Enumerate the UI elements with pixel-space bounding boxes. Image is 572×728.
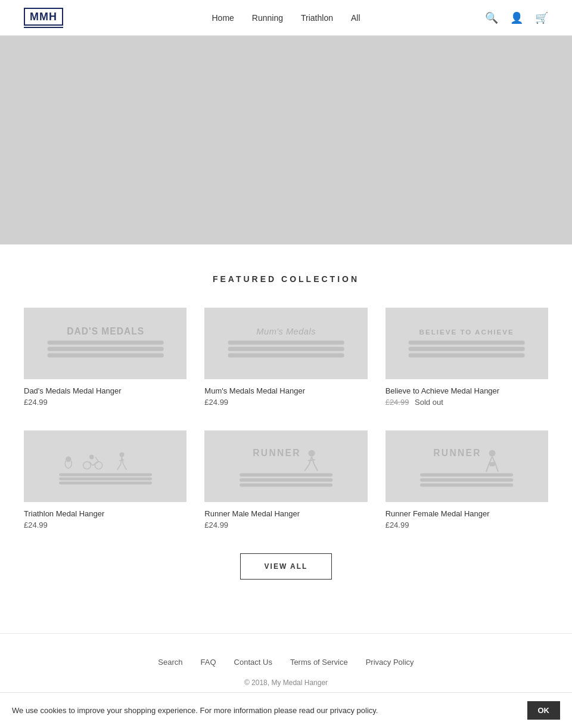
main-nav: Home Running Triathlon All [212,13,360,23]
product-original-price: £24.99 [386,398,409,407]
svg-rect-24 [240,484,332,487]
svg-point-14 [83,461,90,469]
svg-point-21 [308,450,315,457]
svg-rect-9 [409,340,525,345]
view-all-wrap: VIEW ALL [24,553,548,580]
svg-text:DAD'S MEDALS: DAD'S MEDALS [67,326,144,336]
product-card-believe-achieve[interactable]: BELIEVE TO ACHIEVE Believe to Achieve Me… [386,308,548,407]
view-all-button[interactable]: VIEW ALL [240,553,332,580]
svg-rect-27 [420,473,513,476]
product-price-mums-medals: £24.99 [204,398,367,407]
logo[interactable]: MMH [24,8,63,28]
nav-triathlon[interactable]: Triathlon [301,13,333,23]
nav-all[interactable]: All [351,13,360,23]
account-icon[interactable]: 👤 [510,11,523,24]
svg-rect-7 [228,354,344,358]
product-name-triathlon: Triathlon Medal Hanger [24,509,186,518]
footer-link-contact[interactable]: Contact Us [234,658,272,667]
svg-rect-23 [240,478,332,481]
product-image-believe-achieve: BELIEVE TO ACHIEVE [386,308,548,379]
cookie-banner: We use cookies to improve your shopping … [0,692,572,728]
footer-link-terms[interactable]: Terms of Service [290,658,348,667]
product-card-dads-medals[interactable]: DAD'S MEDALS Dad's Medals Medal Hanger £… [24,308,186,407]
product-card-triathlon[interactable]: Triathlon Medal Hanger £24.99 [24,430,186,529]
product-price-runner-male: £24.99 [204,521,367,529]
svg-point-16 [119,453,124,457]
product-name-dads-medals: Dad's Medals Medal Hanger [24,386,186,395]
footer-link-faq[interactable]: FAQ [201,658,216,667]
svg-point-12 [66,457,71,462]
nav-running[interactable]: Running [252,13,283,23]
product-image-runner-male: RUNNER [204,430,367,502]
product-name-believe-achieve: Believe to Achieve Medal Hanger [386,386,548,395]
product-image-runner-female: RUNNER [386,430,548,502]
cart-icon[interactable]: 🛒 [535,11,548,24]
header-icons: 🔍 👤 🛒 [485,11,548,24]
svg-rect-2 [47,347,163,351]
svg-point-13 [89,455,94,460]
product-price-dads-medals: £24.99 [24,398,186,407]
svg-rect-19 [59,482,152,485]
svg-text:RUNNER: RUNNER [433,448,481,458]
hero-image [0,36,572,244]
footer-copyright: © 2018, My Medal Hanger [24,679,548,687]
product-price-runner-female: £24.99 [386,521,548,529]
search-icon[interactable]: 🔍 [485,11,498,24]
svg-rect-1 [47,340,163,345]
featured-section: FEATURED COLLECTION DAD'S MEDALS Dad's M… [0,244,572,633]
product-price-triathlon: £24.99 [24,521,186,529]
product-price-believe-achieve: £24.99 Sold out [386,398,548,407]
logo-text: MMH [24,8,63,26]
svg-rect-17 [59,473,152,476]
product-name-runner-male: Runner Male Medal Hanger [204,509,367,518]
svg-rect-28 [420,478,513,481]
svg-rect-3 [47,354,163,358]
featured-title: FEATURED COLLECTION [24,274,548,284]
svg-rect-10 [409,347,525,351]
footer-link-privacy[interactable]: Privacy Policy [366,658,414,667]
product-card-mums-medals[interactable]: Mum's Medals Mum's Medals Medal Hanger £… [204,308,367,407]
footer-links: Search FAQ Contact Us Terms of Service P… [24,658,548,667]
cookie-ok-button[interactable]: OK [527,701,561,720]
svg-text:RUNNER: RUNNER [253,448,301,458]
svg-text:Mum's Medals: Mum's Medals [256,327,316,336]
footer-link-search[interactable]: Search [158,658,182,667]
svg-rect-5 [228,340,344,345]
site-header: MMH Home Running Triathlon All 🔍 👤 🛒 [0,0,572,36]
product-card-runner-male[interactable]: RUNNER Runner Male Medal Hanger £24.99 [204,430,367,529]
svg-rect-18 [59,478,152,481]
product-name-mums-medals: Mum's Medals Medal Hanger [204,386,367,395]
product-image-mums-medals: Mum's Medals [204,308,367,379]
product-image-dads-medals: DAD'S MEDALS [24,308,186,379]
product-grid: DAD'S MEDALS Dad's Medals Medal Hanger £… [24,308,548,529]
nav-home[interactable]: Home [212,13,234,23]
svg-rect-29 [420,484,513,487]
product-card-runner-female[interactable]: RUNNER Runner Female Medal Hanger £24.99 [386,430,548,529]
product-image-triathlon [24,430,186,502]
svg-rect-11 [409,354,525,358]
sold-out-badge: Sold out [415,398,443,407]
svg-rect-6 [228,347,344,351]
svg-rect-22 [240,473,332,476]
svg-text:BELIEVE TO ACHIEVE: BELIEVE TO ACHIEVE [419,328,514,336]
product-name-runner-female: Runner Female Medal Hanger [386,509,548,518]
svg-point-26 [489,450,496,457]
cookie-message: We use cookies to improve your shopping … [12,706,378,715]
